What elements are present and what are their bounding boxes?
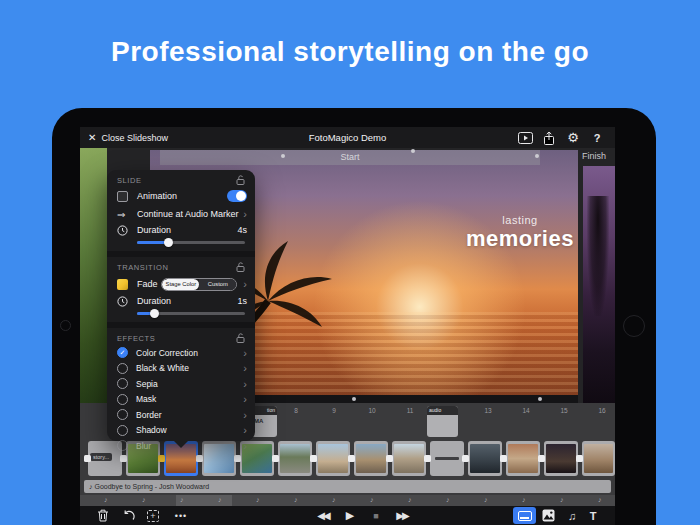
settings-button[interactable]: ⚙ [564, 129, 582, 146]
unlock-icon[interactable] [236, 262, 245, 272]
continue-label: Continue at Audio Marker [137, 209, 243, 219]
timeline-view-button[interactable] [513, 507, 536, 524]
transition-marker[interactable] [84, 455, 91, 462]
transition-marker[interactable] [120, 455, 127, 462]
media-browser-button[interactable] [539, 506, 557, 525]
note-icon: ♪ [484, 496, 488, 503]
radio-selected-icon[interactable]: ✓ [117, 347, 128, 358]
note-icon: ♪ [142, 496, 146, 503]
selection-handle[interactable] [352, 397, 356, 401]
music-note-icon: ♪ [89, 483, 93, 490]
ruler-tick: 10 [365, 407, 379, 414]
effect-label: Shadow [136, 425, 243, 435]
radio-icon[interactable] [117, 425, 128, 436]
transition-marker[interactable] [310, 455, 317, 462]
audio-notes-highlight [176, 495, 232, 506]
chevron-right-icon: › [243, 379, 247, 389]
selection-handle[interactable] [411, 149, 415, 153]
music-track[interactable]: ♪ Goodbye to Spring - Josh Woodward [84, 480, 611, 493]
timeline-item-photo[interactable] [316, 441, 350, 476]
insert-button[interactable]: + [144, 506, 162, 525]
section-divider [107, 322, 255, 328]
more-button[interactable]: ••• [170, 506, 192, 525]
rewind-button[interactable]: ◀◀ [312, 506, 334, 525]
audio-clip[interactable]: audio [427, 406, 458, 437]
animation-toggle[interactable] [227, 190, 247, 202]
effect-label: Black & White [136, 363, 243, 373]
transition-type-label: Fade [137, 279, 161, 289]
timeline-item-photo[interactable] [544, 441, 578, 476]
transition-marker[interactable] [386, 455, 393, 462]
timeline-item-photo[interactable] [278, 441, 312, 476]
radio-icon[interactable] [117, 409, 128, 420]
effect-black-white[interactable]: Black & White › [107, 361, 255, 377]
selection-handle[interactable] [281, 154, 285, 158]
previous-slide-preview[interactable] [80, 148, 107, 403]
transition-marker[interactable] [234, 455, 241, 462]
delete-button[interactable] [94, 506, 112, 525]
caption-clip[interactable]: tion MA [252, 406, 277, 437]
radio-icon[interactable] [117, 363, 128, 374]
transition-marker[interactable] [500, 455, 507, 462]
animation-checkbox-icon [117, 191, 128, 202]
transition-marker[interactable] [538, 455, 545, 462]
finish-stage-preview[interactable] [583, 166, 615, 403]
effect-blur[interactable]: Blur › [107, 438, 255, 454]
timeline-item-photo[interactable] [582, 441, 615, 476]
selection-handle[interactable] [538, 397, 542, 401]
note-icon: ♪ [560, 496, 564, 503]
transition-marker-fade[interactable] [158, 455, 165, 462]
duration-label: Duration [137, 296, 237, 306]
timeline-item-photo[interactable] [392, 441, 426, 476]
transition-marker[interactable] [272, 455, 279, 462]
finish-stage-label: Finish [582, 151, 615, 161]
trash-icon [97, 509, 109, 522]
radio-icon[interactable] [117, 378, 128, 389]
transition-marker[interactable] [196, 455, 203, 462]
transition-marker[interactable] [576, 455, 583, 462]
slide-duration-row: Duration 4s [107, 223, 255, 237]
segment-custom[interactable]: Custom [199, 279, 236, 290]
transition-duration-slider[interactable] [137, 308, 245, 318]
effect-sepia[interactable]: Sepia › [107, 376, 255, 392]
transition-marker[interactable] [462, 455, 469, 462]
slider-knob[interactable] [164, 238, 173, 247]
timeline-item-photo[interactable] [506, 441, 540, 476]
play-slideshow-button[interactable] [516, 129, 534, 146]
continue-at-audio-marker-row[interactable]: ⇒ Continue at Audio Marker › [107, 205, 255, 223]
transition-marker[interactable] [424, 455, 431, 462]
text-tool-button[interactable]: T [585, 506, 601, 525]
undo-button[interactable] [119, 506, 137, 525]
share-button[interactable] [540, 129, 558, 146]
stop-button[interactable]: ■ [370, 506, 382, 525]
music-browser-button[interactable]: ♫ [564, 506, 580, 525]
slide-duration-slider[interactable] [137, 237, 245, 247]
segment-stage-color[interactable]: Stage Color [162, 279, 199, 290]
timeline-item-gap[interactable] [430, 441, 464, 476]
radio-icon[interactable] [117, 394, 128, 405]
effect-color-correction[interactable]: ✓ Color Correction › [107, 345, 255, 361]
start-stage-bar[interactable]: Start [160, 150, 540, 165]
continue-arrow-icon: ⇒ [117, 209, 137, 220]
radio-icon[interactable] [117, 440, 128, 451]
effect-border[interactable]: Border › [107, 407, 255, 423]
timeline-item-photo[interactable] [468, 441, 502, 476]
storyboard-view-icon [518, 511, 532, 521]
play-button[interactable]: ▶ [343, 506, 357, 525]
fast-forward-button[interactable]: ▶▶ [391, 506, 413, 525]
transition-type-row[interactable]: Fade Stage Color Custom › [107, 274, 255, 294]
timeline-item-photo[interactable] [354, 441, 388, 476]
note-icon: ♪ [256, 496, 260, 503]
transition-duration-value: 1s [237, 296, 247, 306]
selection-handle[interactable] [535, 154, 539, 158]
unlock-icon[interactable] [236, 333, 245, 343]
slider-knob[interactable] [150, 309, 159, 318]
help-button[interactable]: ? [588, 129, 606, 146]
gear-icon: ⚙ [567, 130, 579, 145]
ruler-tick: 13 [481, 407, 495, 414]
effect-shadow[interactable]: Shadow › [107, 423, 255, 439]
effect-mask[interactable]: Mask › [107, 392, 255, 408]
unlock-icon[interactable] [236, 175, 245, 185]
chevron-right-icon: › [243, 209, 247, 219]
transition-marker[interactable] [348, 455, 355, 462]
